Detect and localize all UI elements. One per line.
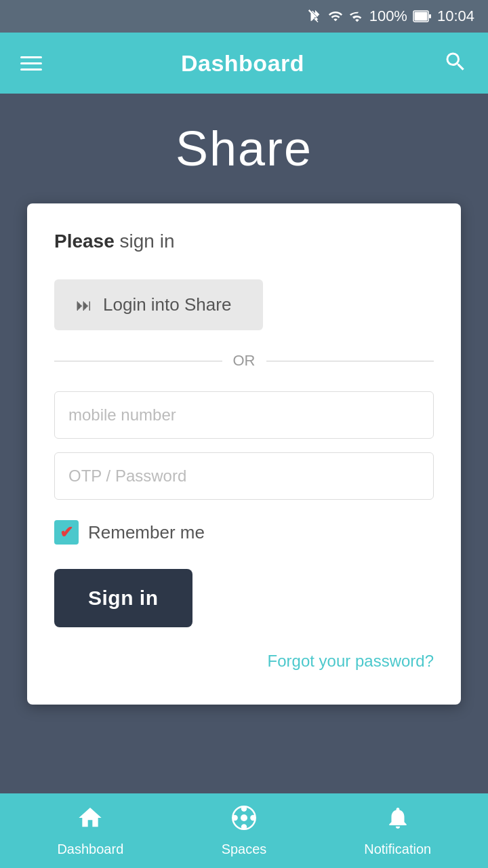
remember-me-checkbox[interactable]: ✔ [54, 520, 79, 545]
svg-point-4 [241, 814, 247, 821]
login-card: Please sign in ⏭ Login into Share OR ✔ R… [27, 203, 461, 705]
forgot-password-container: Forgot your password? [54, 652, 434, 671]
or-divider: OR [54, 352, 434, 370]
bottom-navigation: Dashboard Spaces Notification [0, 793, 488, 868]
wifi-icon [327, 9, 344, 24]
app-bar-title: Dashboard [181, 50, 304, 77]
divider-right [266, 361, 434, 361]
svg-point-7 [232, 815, 238, 821]
bell-icon [385, 804, 411, 837]
please-signin-text: Please sign in [54, 231, 434, 252]
sign-in-button[interactable]: Sign in [54, 569, 192, 627]
remember-me-container: ✔ Remember me [54, 520, 434, 545]
home-icon [77, 804, 104, 837]
time-text: 10:04 [437, 7, 474, 25]
status-icons: 100% 10:04 [307, 7, 474, 25]
svg-rect-2 [429, 14, 431, 18]
app-name: Share [176, 121, 312, 176]
battery-icon [413, 9, 432, 24]
nav-item-notification[interactable]: Notification [321, 804, 474, 857]
remember-me-label: Remember me [88, 522, 205, 543]
nav-label-spaces: Spaces [222, 842, 267, 857]
svg-rect-1 [414, 12, 427, 21]
search-button[interactable] [443, 50, 468, 77]
svg-point-8 [250, 815, 256, 821]
mobile-number-input[interactable] [54, 391, 434, 439]
nav-label-dashboard: Dashboard [57, 842, 123, 857]
battery-text: 100% [369, 7, 407, 25]
skip-forward-icon: ⏭ [76, 296, 92, 315]
spaces-icon [230, 804, 258, 837]
main-content: Share Please sign in ⏭ Login into Share … [0, 94, 488, 793]
search-icon [443, 50, 468, 74]
svg-point-5 [241, 806, 247, 812]
checkmark-icon: ✔ [60, 523, 73, 542]
nav-label-notification: Notification [364, 842, 431, 857]
status-bar: 100% 10:04 [0, 0, 488, 33]
forgot-password-link[interactable]: Forgot your password? [268, 652, 434, 670]
app-bar: Dashboard [0, 33, 488, 94]
nav-item-spaces[interactable]: Spaces [167, 804, 321, 857]
divider-left [54, 361, 222, 361]
signal-icon [349, 9, 364, 24]
otp-password-input[interactable] [54, 452, 434, 500]
menu-icon[interactable] [20, 56, 42, 71]
login-share-button[interactable]: ⏭ Login into Share [54, 279, 263, 330]
or-text: OR [233, 352, 256, 370]
svg-point-6 [241, 824, 247, 829]
nav-item-dashboard[interactable]: Dashboard [14, 804, 167, 857]
bluetooth-muted-icon [307, 9, 322, 24]
